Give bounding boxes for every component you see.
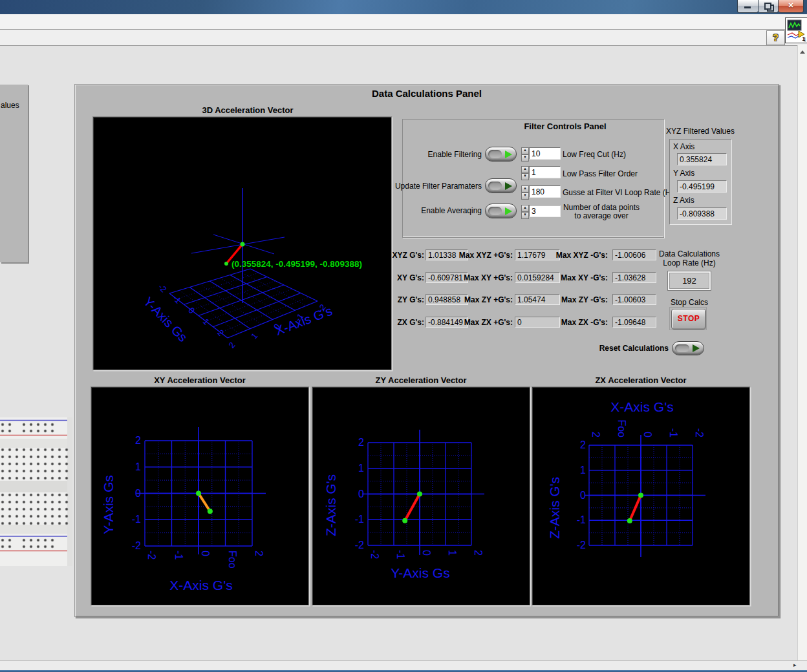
avg-points-label: Number of data points to average over: [563, 204, 640, 220]
breadboard-hole: [30, 456, 32, 458]
breadboard-hole: [30, 508, 32, 510]
loop-rate-guess-spinner[interactable]: ▲ ▼: [521, 185, 529, 198]
spinner-up-icon[interactable]: ▲: [521, 205, 529, 212]
g-value-label: Max ZY +G's:: [464, 296, 513, 304]
xyz-filtered-values-title: XYZ Filtered Values: [666, 127, 735, 136]
g-value-indicator: 1.05474: [515, 294, 560, 305]
window-titlebar[interactable]: ✕: [0, 0, 807, 16]
breadboard-hole: [37, 539, 39, 541]
g-value-indicator: 0.948858: [425, 294, 468, 305]
spinner-up-icon[interactable]: ▲: [521, 166, 529, 173]
vector-origin-point: [241, 242, 245, 247]
enable-averaging-toggle[interactable]: [485, 204, 517, 218]
x-axis-title: X-Axis G's: [610, 399, 673, 414]
g-value-indicator: 0: [515, 317, 560, 328]
toolbar[interactable]: [0, 30, 807, 46]
breadboard-hole: [23, 448, 25, 451]
scroll-up-icon[interactable]: [800, 50, 805, 54]
breadboard-hole: [58, 501, 61, 503]
toggle-arrow-icon: [505, 151, 512, 158]
toggle-arrow-icon: [505, 182, 512, 190]
vector-coordinate-label: (0.355824, -0.495199, -0.809388): [231, 259, 362, 269]
spinner-down-icon[interactable]: ▼: [521, 212, 529, 219]
spinner-down-icon[interactable]: ▼: [521, 193, 529, 200]
breadboard-hole: [37, 470, 39, 472]
breadboard-hole: [58, 515, 61, 518]
x-axis-label: X Axis: [673, 143, 694, 151]
enable-filtering-toggle[interactable]: [485, 147, 517, 162]
update-filter-parameters-toggle[interactable]: [485, 178, 517, 193]
help-button[interactable]: ?: [766, 30, 785, 45]
breadboard-hole: [44, 515, 47, 518]
filter-order-spinner[interactable]: ▲ ▼: [521, 166, 529, 179]
plot-title-3d: 3D Acceleration Vector: [202, 105, 293, 115]
breadboard-hole: [58, 470, 61, 472]
x-tick-label: -2: [694, 428, 705, 437]
breadboard-hole: [30, 463, 32, 465]
floor-grid-line: [250, 269, 317, 301]
loop-rate-guess-label: Gusse at Filter VI Loop Rate (Hz): [563, 189, 677, 197]
vertical-scrollbar[interactable]: [797, 45, 807, 660]
breadboard-hole: [16, 448, 18, 451]
loop-rate-label-2: Loop Rate (Hz): [663, 259, 715, 268]
breadboard-hole: [65, 477, 68, 479]
y-axis-title: Y-Axis Gs: [101, 475, 116, 534]
y-tick-label: 0: [358, 488, 364, 499]
loop-rate-guess-input[interactable]: [529, 185, 561, 198]
g-value-indicator: -1.00606: [612, 249, 656, 260]
plot-3d-canvas: -2-1012210-1-2Y-Axis GsX-Axis G's(0.3558…: [93, 117, 390, 368]
close-button[interactable]: ✕: [779, 0, 804, 13]
breadboard-hole: [23, 477, 25, 479]
minimize-button[interactable]: [737, 0, 759, 13]
breadboard-hole: [1, 539, 4, 541]
breadboard-hole: [37, 522, 39, 525]
vector-origin-point: [638, 493, 643, 498]
low-freq-cut-spinner[interactable]: ▲ ▼: [521, 147, 529, 160]
left-panel-stub: alues: [0, 84, 28, 262]
status-bar: ▸: [0, 660, 807, 671]
breadboard-hole: [44, 539, 47, 541]
avg-points-input[interactable]: [529, 205, 561, 217]
breadboard-hole: [23, 545, 25, 548]
breadboard-hole: [23, 494, 25, 496]
y-axis-title: Y-Axis Gs: [141, 294, 190, 344]
spinner-up-icon[interactable]: ▲: [521, 185, 529, 193]
breadboard-hole: [16, 470, 18, 472]
breadboard-hole: [8, 477, 11, 479]
low-freq-cut-input[interactable]: [529, 147, 561, 160]
left-stub-label: alues: [1, 101, 19, 110]
menu-bar[interactable]: [0, 14, 807, 30]
vector-end-point: [208, 509, 213, 514]
filter-order-label: Low Pass Filter Order: [563, 170, 638, 178]
status-cursor-icon: ▸: [793, 662, 797, 668]
breadboard-hole: [1, 430, 4, 432]
plot-zx-canvas: 210-1-22Foo0-1-2Z-Axis G'sX-Axis G's: [532, 387, 748, 604]
y-tick-label: 1: [135, 461, 141, 472]
breadboard-hole: [65, 456, 68, 458]
avg-points-spinner[interactable]: ▲ ▼: [521, 205, 529, 218]
breadboard-hole: [44, 463, 47, 465]
spinner-down-icon[interactable]: ▼: [521, 173, 529, 180]
y-tick-label: 2: [135, 435, 141, 446]
g-value-label: XY G's:: [397, 274, 424, 282]
breadboard-hole: [30, 522, 32, 525]
breadboard-hole: [37, 477, 39, 479]
x-tick-label: 1: [249, 331, 259, 341]
restore-button[interactable]: [759, 0, 779, 13]
reset-calculations-toggle[interactable]: [672, 341, 704, 355]
breadboard-hole: [58, 522, 61, 525]
y-tick-label: -1: [355, 514, 364, 525]
stop-button[interactable]: STOP: [671, 309, 706, 330]
vector-origin-point: [417, 492, 422, 497]
breadboard-hole: [51, 545, 54, 548]
breadboard-hole: [8, 423, 11, 426]
spinner-down-icon[interactable]: ▼: [521, 154, 529, 162]
enable-filtering-label: Enable Filtering: [428, 151, 482, 159]
breadboard-hole: [44, 470, 47, 472]
y-tick-label: -2: [156, 282, 169, 295]
spinner-up-icon[interactable]: ▲: [521, 147, 529, 154]
breadboard-hole: [8, 470, 11, 472]
filter-order-input[interactable]: [529, 166, 561, 178]
breadboard-hole: [8, 515, 11, 518]
breadboard-hole: [51, 508, 54, 510]
